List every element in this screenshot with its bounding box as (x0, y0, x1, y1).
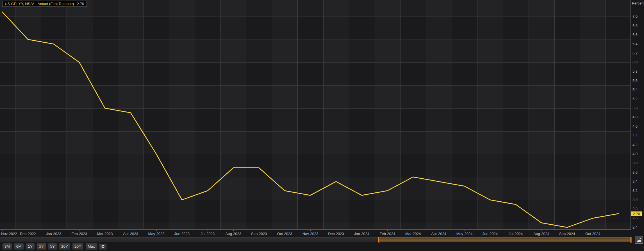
y-axis-label: 6.2 (632, 51, 638, 56)
x-axis-label: Apr-2023 (123, 232, 138, 236)
x-axis-label: Feb-2024 (379, 232, 395, 236)
y-axis-label: 2.4 (632, 225, 638, 230)
chart-plot-area[interactable] (0, 0, 644, 251)
chart-restore-icon (637, 238, 641, 242)
plot-column-shade (503, 0, 529, 230)
y-axis-label: 2.8 (632, 207, 638, 211)
range-button-max[interactable]: Max (85, 243, 97, 250)
x-axis-label: Nov-2023 (302, 232, 318, 236)
plot-column-shade (144, 0, 169, 230)
plot-column-shade (400, 0, 426, 230)
plot-column-shade (452, 0, 477, 230)
x-axis-label: Feb-2023 (71, 232, 87, 236)
y-axis-label: 3.2 (632, 188, 638, 193)
x-axis-label: Aug-2024 (534, 232, 549, 236)
x-axis-label: Aug-2023 (226, 232, 241, 236)
x-axis-label: Nov-2022 (1, 232, 17, 236)
y-axis-label: 6.4 (632, 42, 638, 46)
x-axis-label: May-2023 (148, 232, 165, 236)
y-axis-label: 6.0 (632, 60, 638, 65)
y-axis-title: Percent (632, 1, 644, 5)
x-axis-label: Jul-2023 (201, 232, 215, 236)
x-axis-label: Jun-2023 (174, 232, 190, 236)
y-axis-label: 6.6 (632, 33, 638, 37)
y-axis-label: 5.4 (632, 87, 638, 92)
x-axis-label: Oct-2023 (277, 232, 292, 236)
x-axis-label: Dec-2022 (20, 232, 36, 236)
plot-column-shade (195, 0, 220, 230)
y-axis-label: 5.6 (632, 79, 638, 83)
series-legend-label: US CPI YY, NSA* - Actual (First Release) (5, 1, 74, 6)
plot-column-shade (41, 0, 66, 230)
y-axis-label: 4.0 (632, 152, 638, 156)
x-axis-label: Oct-2024 (585, 232, 600, 236)
x-axis-label: Apr-2024 (431, 232, 446, 236)
last-value-tag: 2.70 (631, 211, 642, 216)
restore-chart-button[interactable] (635, 236, 643, 244)
range-button-20y[interactable]: 20Y (72, 243, 83, 250)
y-axis-label: 3.0 (632, 198, 638, 202)
x-axis-label: Jan-2024 (354, 232, 369, 236)
x-axis-label: Sep-2024 (559, 232, 575, 236)
y-axis-label: 7.0 (632, 14, 638, 19)
plot-column-shade (606, 0, 631, 230)
y-axis-label: 5.8 (632, 69, 638, 74)
x-axis-label: Sep-2023 (251, 232, 267, 236)
time-range-toolbar: 3M6M1Y2Y5Y10Y20YMax⚙ (2, 243, 107, 250)
x-axis-label: Jul-2024 (509, 232, 523, 236)
range-button-5y[interactable]: 5Y (48, 243, 57, 250)
range-button-2y[interactable]: 2Y (37, 243, 46, 250)
range-button-1y[interactable]: 1Y (26, 243, 35, 250)
y-axis-label: 4.6 (632, 124, 638, 129)
chart-window: US CPI YY, NSA* - Actual (First Release)… (0, 0, 644, 251)
range-button-6m[interactable]: 6M (14, 243, 24, 250)
x-axis-label: Jun-2024 (483, 232, 498, 236)
x-axis-label: May-2024 (456, 232, 473, 236)
plot-column-shade (92, 0, 118, 230)
y-axis-label: 4.8 (632, 115, 638, 119)
x-axis-label: Mar-2023 (97, 232, 113, 236)
y-axis-label: 4.4 (632, 133, 638, 138)
y-axis-label: 2.6 (632, 216, 638, 220)
range-button-10y[interactable]: 10Y (59, 243, 70, 250)
range-handle-right[interactable] (630, 237, 632, 243)
y-axis-label: 3.4 (632, 179, 638, 184)
y-axis-label: 6.8 (632, 24, 638, 28)
gear-icon: ⚙ (101, 244, 105, 249)
series-legend[interactable]: US CPI YY, NSA* - Actual (First Release)… (2, 1, 87, 7)
y-axis-label: 3.8 (632, 161, 638, 165)
timeline-selected-range[interactable] (379, 237, 632, 242)
y-axis-label: 5.2 (632, 97, 638, 101)
y-axis-label: 5.0 (632, 106, 638, 110)
x-axis-label: Dec-2023 (328, 232, 344, 236)
plot-column-shade (0, 0, 15, 230)
plot-column-shade (554, 0, 580, 230)
plot-column-shade (246, 0, 272, 230)
y-axis-label: 3.6 (632, 170, 638, 175)
range-button-3m[interactable]: 3M (2, 243, 12, 250)
x-axis-label: Jan-2023 (46, 232, 61, 236)
series-legend-value: 2.70 (77, 1, 84, 6)
chart-settings-button[interactable]: ⚙ (99, 243, 107, 250)
y-axis-label: 4.2 (632, 143, 638, 147)
x-axis-label: Mar-2024 (405, 232, 421, 236)
range-handle-left[interactable] (378, 237, 379, 243)
